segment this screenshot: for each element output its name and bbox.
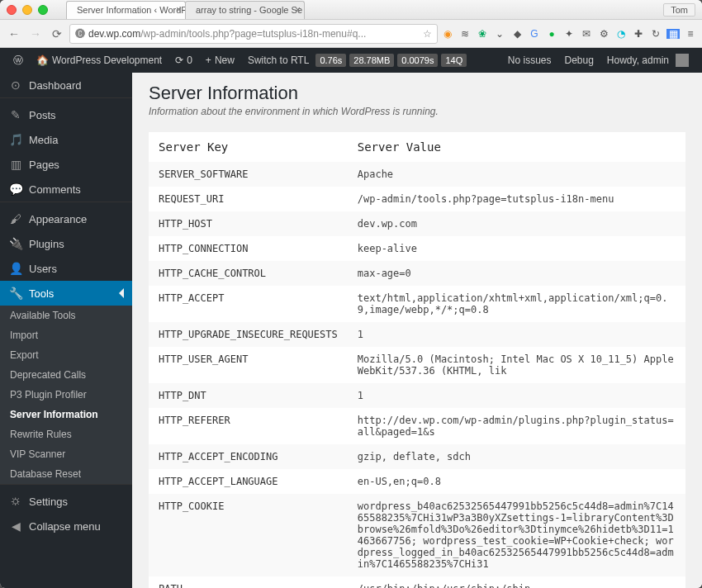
- table-row: HTTP_REFERERhttp://dev.wp.com/wp-admin/p…: [149, 408, 685, 444]
- tab-close-icon[interactable]: ×: [295, 4, 301, 16]
- submenu-item[interactable]: Rewrite Rules: [0, 424, 132, 444]
- page-info-icon[interactable]: 🅒: [75, 28, 85, 40]
- wp-updates-icon[interactable]: ⟳ 0: [168, 48, 199, 73]
- menu-label: Collapse menu: [29, 520, 101, 533]
- server-key-cell: HTTP_HOST: [149, 211, 348, 236]
- submenu-item[interactable]: P3 Plugin Profiler: [0, 385, 132, 405]
- url-host: dev.wp.com: [88, 28, 140, 40]
- submenu-item[interactable]: Export: [0, 345, 132, 365]
- wp-new-button[interactable]: + New: [199, 48, 241, 73]
- pages-icon: ▥: [8, 158, 23, 171]
- wp-admin-sidebar: ⊙Dashboard ✎Posts 🎵Media ▥Pages 💬Comment…: [0, 73, 132, 588]
- extension-icon[interactable]: ▦: [666, 29, 680, 39]
- nav-reload-icon[interactable]: ⟳: [48, 25, 66, 43]
- wp-debug-link[interactable]: Debug: [557, 55, 600, 66]
- url-path: /wp-admin/tools.php?page=tutsplus-i18n-m…: [140, 28, 366, 40]
- wp-admin-bar: ⓦ 🏠 WordPress Development ⟳ 0 + New Swit…: [0, 48, 702, 73]
- nav-forward-icon[interactable]: →: [26, 25, 45, 43]
- tab-close-icon[interactable]: ×: [176, 4, 182, 16]
- table-row: HTTP_ACCEPT_LANGUAGEen-US,en;q=0.8: [149, 469, 685, 494]
- table-row: SERVER_SOFTWAREApache: [149, 162, 685, 187]
- server-key-cell: HTTP_ACCEPT_LANGUAGE: [149, 469, 348, 494]
- menu-collapse[interactable]: ◀Collapse menu: [0, 514, 132, 538]
- dashboard-icon: ⊙: [8, 78, 23, 92]
- settings-icon: ⛭: [8, 495, 23, 508]
- extension-icon[interactable]: ⌄: [493, 27, 506, 40]
- wp-site-link[interactable]: 🏠 WordPress Development: [30, 48, 168, 73]
- extension-icon[interactable]: ✚: [632, 27, 645, 40]
- extension-icon[interactable]: ≋: [458, 27, 472, 40]
- menu-appearance[interactable]: 🖌Appearance: [0, 206, 132, 231]
- server-key-cell: HTTP_COOKIE: [149, 494, 348, 576]
- window-minimize-icon[interactable]: [22, 5, 32, 15]
- extension-icon[interactable]: ⚙: [597, 27, 610, 40]
- wp-logo-icon[interactable]: ⓦ: [7, 48, 30, 73]
- submenu-item[interactable]: Import: [0, 325, 132, 345]
- menu-tools[interactable]: 🔧Tools: [0, 281, 132, 306]
- table-row: HTTP_USER_AGENTMozilla/5.0 (Macintosh; I…: [149, 347, 685, 383]
- chrome-user-chip[interactable]: Tom: [663, 3, 695, 17]
- menu-label: Appearance: [29, 213, 87, 225]
- browser-tab-active[interactable]: Server Information ‹ WordP ×: [66, 1, 186, 19]
- extension-icon[interactable]: ◆: [510, 27, 524, 40]
- extension-icon[interactable]: ◉: [441, 27, 454, 40]
- table-row: HTTP_ACCEPT_ENCODINGgzip, deflate, sdch: [149, 444, 685, 469]
- menu-media[interactable]: 🎵Media: [0, 127, 132, 152]
- menu-comments[interactable]: 💬Comments: [0, 177, 132, 202]
- server-key-cell: SERVER_SOFTWARE: [149, 162, 348, 187]
- browser-tab[interactable]: array to string - Google Se ×: [185, 1, 305, 19]
- server-key-cell: PATH: [149, 576, 348, 588]
- table-header-key: Server Key: [149, 132, 348, 162]
- extension-icon[interactable]: ❀: [476, 27, 489, 40]
- server-value-cell: /usr/bin:/bin:/usr/sbin:/sbin: [348, 576, 685, 588]
- menu-label: Comments: [29, 183, 81, 196]
- submenu-item[interactable]: Server Information: [0, 405, 132, 424]
- submenu-item[interactable]: Deprecated Calls: [0, 365, 132, 385]
- wp-new-label: New: [215, 55, 235, 66]
- address-bar[interactable]: 🅒 dev.wp.com/wp-admin/tools.php?page=tut…: [69, 24, 438, 44]
- menu-plugins[interactable]: 🔌Plugins: [0, 231, 132, 256]
- menu-label: Pages: [29, 159, 59, 171]
- table-row: HTTP_UPGRADE_INSECURE_REQUESTS1: [149, 322, 685, 347]
- submenu-item[interactable]: VIP Scanner: [0, 444, 132, 464]
- perf-badge: 28.78MB: [349, 54, 394, 67]
- extension-icon[interactable]: ✉: [580, 27, 593, 40]
- posts-icon: ✎: [8, 108, 23, 121]
- extension-icon[interactable]: ◔: [614, 27, 628, 40]
- bookmark-star-icon[interactable]: ☆: [423, 28, 432, 40]
- server-key-cell: HTTP_REFERER: [149, 408, 348, 444]
- menu-posts[interactable]: ✎Posts: [0, 102, 132, 127]
- server-value-cell: 1: [348, 383, 685, 408]
- menu-settings[interactable]: ⛭Settings: [0, 489, 132, 514]
- server-value-cell: max-age=0: [348, 261, 685, 286]
- collapse-icon: ◀: [8, 519, 23, 533]
- menu-pages[interactable]: ▥Pages: [0, 152, 132, 177]
- menu-dashboard[interactable]: ⊙Dashboard: [0, 73, 132, 97]
- server-value-cell: Apache: [348, 162, 685, 187]
- table-row: HTTP_CONNECTIONkeep-alive: [149, 236, 685, 261]
- table-row: PATH/usr/bin:/bin:/usr/sbin:/sbin: [149, 576, 685, 588]
- menu-label: Plugins: [29, 238, 64, 250]
- page-subtitle: Information about the environment in whi…: [149, 106, 685, 117]
- wp-rtl-toggle[interactable]: Switch to RTL: [241, 48, 315, 73]
- media-icon: 🎵: [8, 133, 23, 146]
- wp-site-name: WordPress Development: [52, 55, 162, 66]
- window-maximize-icon[interactable]: [38, 5, 48, 15]
- window-close-icon[interactable]: [7, 5, 17, 15]
- extension-icon[interactable]: ✦: [562, 27, 576, 40]
- server-value-cell: gzip, deflate, sdch: [348, 444, 685, 469]
- submenu-item[interactable]: Available Tools: [0, 306, 132, 325]
- extension-icon[interactable]: ↻: [649, 27, 662, 40]
- menu-label: Settings: [29, 496, 68, 508]
- menu-users[interactable]: 👤Users: [0, 256, 132, 281]
- extension-icon[interactable]: ●: [545, 27, 558, 40]
- nav-back-icon[interactable]: ←: [5, 25, 23, 43]
- chrome-menu-icon[interactable]: ≡: [684, 27, 697, 40]
- table-row: HTTP_COOKIEwordpress_b40ac62532565447991…: [149, 494, 685, 576]
- server-value-cell: Mozilla/5.0 (Macintosh; Intel Mac OS X 1…: [348, 347, 685, 383]
- wp-account-link[interactable]: Howdy, admin: [600, 54, 695, 67]
- table-row: HTTP_ACCEPTtext/html,application/xhtml+x…: [149, 286, 685, 322]
- wp-issues-link[interactable]: No issues: [501, 55, 558, 66]
- submenu-item[interactable]: Database Reset: [0, 464, 132, 484]
- extension-icon[interactable]: G: [528, 27, 541, 40]
